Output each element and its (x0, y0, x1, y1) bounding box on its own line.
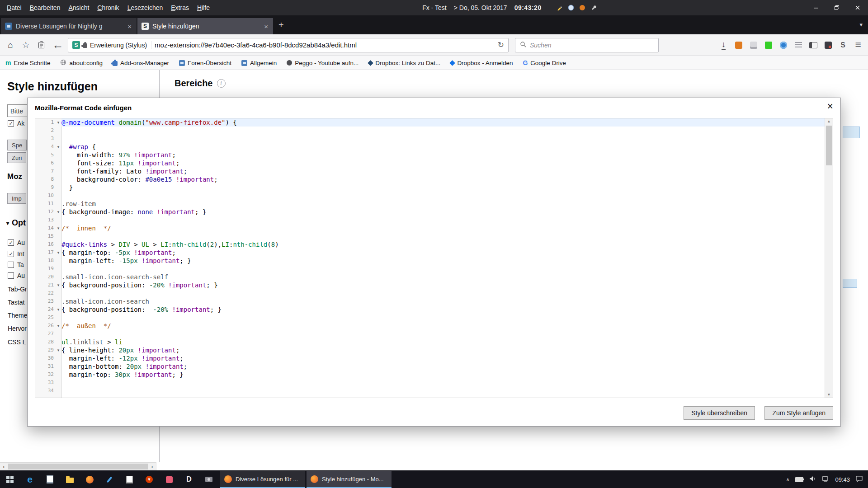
code-line-13[interactable]: 13 (35, 216, 825, 224)
search-bar[interactable]: Suchen (515, 38, 659, 52)
code-line-3[interactable]: 3 (35, 135, 825, 143)
edge-icon[interactable]: e (20, 470, 40, 488)
bookmark-allgemein[interactable]: Allgemein (241, 60, 277, 66)
menu-extras[interactable]: Extras (167, 2, 193, 14)
code-line-24[interactable]: 24▾{ background-position: -20% !importan… (35, 305, 825, 314)
code-line-31[interactable]: 31 margin-bottom: 20px !important; (35, 362, 825, 371)
code-line-14[interactable]: 14▾/* innen */ (35, 224, 825, 232)
code-line-16[interactable]: 16#quick-links > DIV > UL > LI:nth-child… (35, 240, 825, 249)
code-line-8[interactable]: 8 background-color: #0a0e15 !important; (35, 175, 825, 183)
tab-close-icon[interactable]: × (263, 23, 269, 30)
fold-icon[interactable]: ▾ (55, 281, 61, 289)
addon-lines-icon[interactable] (793, 39, 804, 51)
minimize-button[interactable] (806, 0, 826, 15)
bookmark-erste-schritte[interactable]: m Erste Schritte (5, 59, 50, 66)
bookmark-addons-manager[interactable]: Add-ons-Manager (113, 60, 169, 66)
horizontal-scrollbar[interactable]: ‹ › (0, 462, 156, 470)
options-heading[interactable]: ▾ Opt (6, 218, 26, 228)
option-checkbox[interactable]: Au (8, 272, 25, 279)
code-line-11[interactable]: 11.row-item (35, 200, 825, 208)
fold-icon[interactable]: ▾ (55, 224, 61, 232)
editor-scrollbar[interactable]: ▲ ▼ (825, 118, 833, 398)
new-tab-button[interactable]: + (273, 17, 289, 33)
document-app-icon[interactable] (40, 470, 60, 488)
close-button[interactable] (847, 0, 868, 15)
bookmark-about-config[interactable]: about:config (60, 59, 103, 67)
menu-lesezeichen[interactable]: Lesezeichen (123, 2, 167, 14)
tab-style-hinzufuegen[interactable]: S Style hinzufügen × (137, 18, 273, 34)
code-line-25[interactable]: 25 (35, 314, 825, 322)
downloader-icon[interactable]: ▼ (139, 470, 159, 488)
snipping-tool-icon[interactable] (199, 470, 219, 488)
checkbox-icon[interactable]: ✓ (8, 120, 14, 127)
code-line-29[interactable]: 29▾{ line-height: 20px !important; (35, 346, 825, 354)
bookmark-foren-uebersicht[interactable]: Foren-Übersicht (179, 60, 231, 66)
option-link[interactable]: CSS L (8, 338, 26, 346)
code-line-7[interactable]: 7 font-family: Lato !important; (35, 167, 825, 175)
menu-bearbeiten[interactable]: Bearbeiten (26, 2, 65, 14)
addon-orange-icon[interactable] (733, 39, 745, 51)
code-line-15[interactable]: 15 (35, 232, 825, 240)
option-checkbox[interactable]: Ta (8, 261, 24, 268)
menu-ansicht[interactable]: Ansicht (64, 2, 93, 14)
battery-icon[interactable] (795, 477, 803, 482)
save-button[interactable]: Spe (7, 140, 27, 150)
option-link[interactable]: Hervor (8, 325, 27, 332)
tray-chevron-icon[interactable]: ∧ (786, 477, 789, 483)
bookmark-google-drive[interactable]: G Google Drive (523, 59, 566, 66)
network-icon[interactable] (822, 476, 829, 483)
code-line-17[interactable]: 17▾{ margin-top: -5px !important; (35, 249, 825, 257)
stylus-toolbar-icon[interactable]: S (837, 39, 849, 51)
url-bar[interactable]: S Erweiterung (Stylus) moz-extension://9… (68, 38, 509, 52)
bookmark-dropbox-anmelden[interactable]: Dropbox - Anmelden (450, 60, 513, 66)
download-icon[interactable]: ↓ (718, 39, 730, 51)
code-line-26[interactable]: 26▾/* außen */ (35, 322, 825, 330)
menu-icon[interactable]: ≡ (852, 39, 864, 51)
menu-datei[interactable]: Datei (3, 2, 26, 14)
fold-icon[interactable]: ▾ (55, 305, 61, 314)
notepad-icon[interactable] (119, 470, 139, 488)
append-style-button[interactable]: Zum Style anfügen (764, 406, 833, 420)
pen-app-icon[interactable] (99, 470, 119, 488)
menu-hilfe[interactable]: Hilfe (193, 2, 214, 14)
media-app-icon[interactable] (159, 470, 179, 488)
tab-diverse-loesungen[interactable]: Diverse Lösungen für Nightly g × (1, 18, 137, 34)
checkbox-icon[interactable]: ✓ (8, 239, 14, 246)
menu-chronik[interactable]: Chronik (93, 2, 123, 14)
bookmark-star-icon[interactable]: ☆ (19, 38, 33, 52)
fold-icon[interactable]: ▾ (55, 322, 61, 330)
scroll-left-icon[interactable]: ‹ (0, 463, 8, 470)
code-line-18[interactable]: 18 margin-left: -15px !important; } (35, 257, 825, 265)
file-explorer-icon[interactable] (60, 470, 80, 488)
code-line-34[interactable]: 34 (35, 387, 825, 395)
code-line-4[interactable]: 4▾ #wrap { (35, 143, 825, 151)
devtools-icon[interactable] (822, 39, 834, 51)
code-editor[interactable]: 1▾@-moz-document domain("www.camp-firefo… (35, 118, 833, 398)
code-line-33[interactable]: 33 (35, 379, 825, 387)
checkbox-icon[interactable] (8, 272, 14, 279)
scroll-up-icon[interactable]: ▲ (825, 119, 833, 123)
code-line-2[interactable]: 2 (35, 127, 825, 135)
start-button[interactable] (0, 470, 20, 488)
scroll-right-icon[interactable]: › (148, 463, 156, 470)
addon-keys-icon[interactable] (748, 39, 760, 51)
code-line-9[interactable]: 9 } (35, 183, 825, 192)
overwrite-style-button[interactable]: Style überschreiben (684, 406, 755, 420)
back-button[interactable]: ← (50, 38, 66, 52)
d-app-icon[interactable]: D (179, 470, 199, 488)
code-line-19[interactable]: 19 (35, 265, 825, 273)
sidebar-toggle-icon[interactable] (807, 39, 819, 51)
code-lines[interactable]: 1▾@-moz-document domain("www.camp-firefo… (35, 118, 825, 398)
addon-blue-icon[interactable] (778, 39, 789, 51)
checkbox-icon[interactable]: ✓ (8, 251, 14, 257)
tab-close-icon[interactable]: × (127, 23, 132, 30)
option-link[interactable]: Tab-Gr (8, 286, 27, 293)
code-line-23[interactable]: 23.small-icon.icon-search (35, 297, 825, 305)
option-link[interactable]: Theme (8, 312, 28, 319)
code-line-27[interactable]: 27 (35, 330, 825, 338)
scroll-down-icon[interactable]: ▼ (825, 393, 833, 397)
code-line-10[interactable]: 10 (35, 192, 825, 200)
code-line-12[interactable]: 12▾{ background-image: none !important; … (35, 208, 825, 216)
bookmark-peggo[interactable]: Peggo - Youtube aufn... (287, 60, 359, 66)
code-line-1[interactable]: 1▾@-moz-document domain("www.camp-firefo… (35, 118, 825, 127)
